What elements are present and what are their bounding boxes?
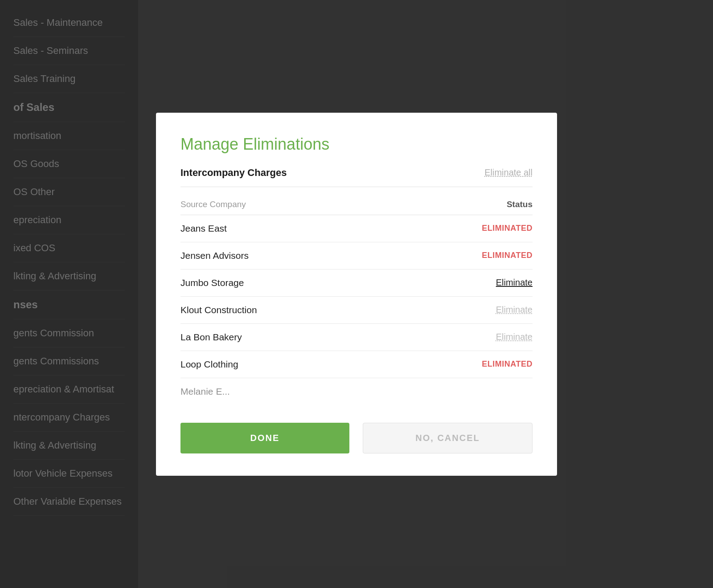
company-name: Loop Clothing (180, 359, 238, 370)
table-row: Klout ConstructionEliminate (180, 297, 533, 324)
table-header: Source Company Status (180, 192, 533, 213)
table-row: Loop ClothingELIMINATED (180, 351, 533, 378)
company-name: Klout Construction (180, 305, 257, 315)
col-header-status: Status (507, 200, 533, 209)
modal-overlay: Manage Eliminations Intercompany Charges… (0, 0, 713, 588)
table-row: Jensen AdvisorsELIMINATED (180, 242, 533, 270)
table-row: La Bon BakeryEliminate (180, 324, 533, 351)
cancel-button[interactable]: NO, CANCEL (363, 423, 533, 453)
company-name: Jumbo Storage (180, 278, 244, 288)
modal-footer: DONE NO, CANCEL (180, 423, 533, 453)
status-eliminated: ELIMINATED (482, 224, 533, 233)
modal-section-title: Intercompany Charges (180, 167, 287, 179)
company-name: La Bon Bakery (180, 332, 242, 343)
col-header-source: Source Company (180, 200, 246, 209)
company-name: Jeans East (180, 223, 227, 234)
table-body: Jeans EastELIMINATEDJensen AdvisorsELIMI… (180, 215, 533, 405)
company-name-partial: Melanie E... (180, 386, 230, 397)
eliminate-button[interactable]: Eliminate (496, 332, 533, 342)
status-eliminated: ELIMINATED (482, 359, 533, 369)
modal-title: Manage Eliminations (180, 135, 533, 154)
table-row: Jeans EastELIMINATED (180, 215, 533, 242)
done-button[interactable]: DONE (180, 423, 349, 453)
eliminate-button[interactable]: Eliminate (496, 278, 533, 288)
status-eliminated: ELIMINATED (482, 251, 533, 260)
eliminate-all-button[interactable]: Eliminate all (484, 167, 533, 178)
table-row: Jumbo StorageEliminate (180, 270, 533, 297)
eliminate-button[interactable]: Eliminate (496, 305, 533, 315)
company-name: Jensen Advisors (180, 250, 249, 261)
table-row-partial: Melanie E... (180, 378, 533, 405)
modal-section-header: Intercompany Charges Eliminate all (180, 167, 533, 187)
modal-dialog: Manage Eliminations Intercompany Charges… (156, 113, 557, 476)
